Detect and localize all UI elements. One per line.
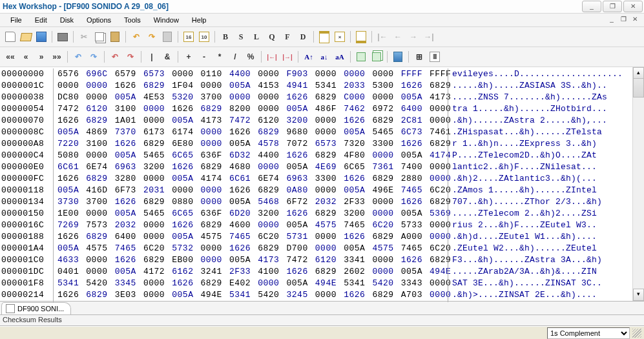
hex-cell[interactable]: 6C61 6E74 6963 3200 1626 6829 4680 0000 … [57,161,445,173]
menu-edit[interactable]: Edit [28,15,54,25]
hex-row[interactable]: 00000230005A 494E 5341 5420 3341 0000 16… [1,301,644,302]
panel-struct-button[interactable] [353,29,369,45]
type-long-button[interactable]: L [249,29,264,45]
op-and-button[interactable]: & [160,49,175,65]
goto-end-button[interactable]: |→| [280,49,295,65]
type-quad-button[interactable]: Q [264,29,280,45]
window-maximize-button[interactable]: ❐ [603,1,622,12]
menu-tools[interactable]: Tools [118,15,147,25]
case-lower-button[interactable]: a↓ [317,49,332,65]
save-button[interactable] [34,29,49,45]
ascii-cell[interactable]: r 1..&h)n....ZExpress 3..&h) [452,138,644,150]
hex-cell[interactable]: 005A 4869 7370 6173 6174 0000 1626 6829 … [57,127,445,138]
checksum-method-select[interactable]: 1s Complement [547,327,630,339]
open-button[interactable] [18,29,34,45]
hex-cell[interactable]: 4633 0000 1626 6829 EB00 0000 005A 4173 … [57,254,445,266]
hex-row[interactable]: 00000038DC80 0000 005A 4E53 5320 3700 00… [1,92,644,103]
undo-button[interactable]: ↶ [129,29,144,45]
menu-disk[interactable]: Disk [54,15,80,25]
mdi-restore-button[interactable]: ❐ [618,15,628,25]
ascii-cell[interactable]: .ZAmos 1.....&h)......ZIntel [452,185,644,196]
mdi-minimize-button[interactable]: _ [607,15,617,25]
op-minus-button[interactable]: - [196,49,212,65]
op-or-button[interactable]: | [144,49,160,65]
ascii-cell[interactable]: rius 2...&h)F....ZEutel W3.. [452,220,644,231]
hex-row[interactable]: 0000008C005A 4869 7370 6173 6174 0000 16… [1,127,644,138]
hex-row[interactable]: 000001501E00 0000 005A 5465 6C65 636F 6D… [1,208,644,220]
op-div-button[interactable]: / [227,49,243,65]
hex-row[interactable]: 000001881626 6829 6400 0000 005A 4575 74… [1,231,644,243]
hex-cell[interactable]: 5341 5420 3345 0000 1626 6829 E402 0000 … [57,278,445,289]
case-upper-button[interactable]: A↑ [301,49,317,65]
nav-prev-button[interactable]: ← [390,29,406,45]
hex-row[interactable]: 000001DC0401 0000 005A 4172 6162 3241 2F… [1,266,644,278]
hex-cell[interactable]: 1626 6829 1A01 0000 005A 4173 7472 6120 … [57,115,445,127]
hex-row[interactable]: 000000E06C61 6E74 6963 3200 1626 6829 46… [1,161,644,173]
hex-row[interactable]: 00000118005A 416D 6F73 2031 0000 0000 16… [1,185,644,196]
type-byte-button[interactable]: B [218,29,233,45]
print-button[interactable] [55,29,70,45]
hex-row[interactable]: 000002141626 6829 3E03 0000 005A 494E 53… [1,289,644,301]
hex-cell[interactable]: 7220 3100 1626 6829 6E80 0000 005A 4578 … [57,138,445,150]
ascii-cell[interactable]: .&h)>....ZINSAT 2E...&h).... [452,289,644,301]
ascii-cell[interactable]: .....ZNSS 7.......&h)......ZAs [452,92,644,103]
ascii-cell[interactable]: .....&h).....ZASIASA 3S..&h).. [452,80,644,92]
list-button[interactable]: ≣ [427,49,442,65]
panel-inspector-button[interactable]: × [332,29,348,45]
ascii-cell[interactable]: .ZHispasat...&h)......ZTelsta [452,127,644,138]
hex-cell[interactable]: 0000 0000 1626 6829 1F04 0000 005A 4153 … [57,80,445,92]
shift-right-button[interactable]: » [34,49,49,65]
hex-row[interactable]: 000000A87220 3100 1626 6829 6E80 0000 00… [1,138,644,150]
op-plus-button[interactable]: + [181,49,196,65]
hex-cell[interactable]: 6576 696C 6579 6573 0000 0110 4400 0000 … [57,68,445,80]
menu-window[interactable]: Window [147,15,185,25]
hex-cell[interactable]: 1626 6829 6400 0000 005A 4575 7465 6C20 … [57,231,445,243]
calculator-button[interactable] [390,49,406,65]
copy-button[interactable] [92,29,107,45]
hex-row[interactable]: 000000006576 696C 6579 6573 0000 0110 44… [1,68,644,80]
ascii-cell[interactable]: .....ZTelecom 2..&h)2....ZSi [452,208,644,220]
ascii-cell[interactable]: .ZEutel W2...&h)......ZEutel [452,243,644,254]
menu-file[interactable]: File [4,15,28,25]
panel-results-button[interactable] [317,29,332,45]
ascii-cell[interactable]: .&h)......ZAstra 2.....&h),... [452,115,644,127]
base16-button[interactable]: 16 [181,29,196,45]
hex-row[interactable]: 000001C04633 0000 1626 6829 EB00 0000 00… [1,254,644,266]
menu-help[interactable]: Help [185,15,213,25]
type-float-button[interactable]: F [280,29,295,45]
document-tab[interactable]: DF900 SONI... [1,302,71,314]
shift-left-double-button[interactable]: «« [3,49,18,65]
mdi-close-button[interactable]: ✕ [630,15,640,25]
clipboard-button[interactable] [160,29,175,45]
nav-last-button[interactable]: →| [421,29,437,45]
op-mul-button[interactable]: * [212,49,227,65]
shift-right-double-button[interactable]: »» [49,49,65,65]
hex-row[interactable]: 0000016C7269 7573 2032 0000 1626 6829 46… [1,220,644,231]
type-double-button[interactable]: D [295,29,311,45]
ascii-cell[interactable]: .&h)d....ZEutel W1...&h).... [452,231,644,243]
ascii-cell[interactable]: .ZINSAT 3A...&h)......ZTurksa [452,301,644,302]
hex-cell[interactable]: 1626 6829 3280 0000 005A 4174 6C61 6E74 … [57,173,445,185]
hex-cell[interactable]: 7269 7573 2032 0000 1626 6829 4600 0000 … [57,220,445,231]
hex-cell[interactable]: 1626 6829 3E03 0000 005A 494E 5341 5420 … [57,289,445,301]
goto-start-button[interactable]: |←| [264,49,280,65]
hex-row[interactable]: 000000701626 6829 1A01 0000 005A 4173 74… [1,115,644,127]
rotate-right-button[interactable]: ↷ [86,49,101,65]
hex-row[interactable]: 000001F85341 5420 3345 0000 1626 6829 E4… [1,278,644,289]
op-mod-button[interactable]: % [243,49,258,65]
ascii-cell[interactable]: P....ZTelecom2D..&h)O....ZAt [452,150,644,161]
rotate-left-button[interactable]: ↶ [70,49,86,65]
insert-button[interactable]: ⊞ [411,49,427,65]
hex-cell[interactable]: 0401 0000 005A 4172 6162 3241 2F33 4100 … [57,266,445,278]
ascii-cell[interactable]: SAT 3E...&h)......ZINSAT 3C.. [452,278,644,289]
ascii-cell[interactable]: F3...&h)......ZAstra 3A...&h) [452,254,644,266]
ascii-cell[interactable]: 707..&h)......ZThor 2/3...&h) [452,196,644,208]
ascii-cell[interactable]: .&h)2....ZAtlantic3..&h)(... [452,173,644,185]
case-swap-button[interactable]: aA [332,49,348,65]
compare-button-1[interactable] [353,49,369,65]
ascii-cell[interactable]: lantic2..&h)F....ZNilesat... [452,161,644,173]
hex-cell[interactable]: 5080 0000 005A 5465 6C65 636F 6D32 4400 … [57,150,445,161]
window-close-button[interactable]: ✕ [623,1,643,12]
compare-button-2[interactable] [369,49,384,65]
redo-button[interactable]: ↷ [144,29,160,45]
